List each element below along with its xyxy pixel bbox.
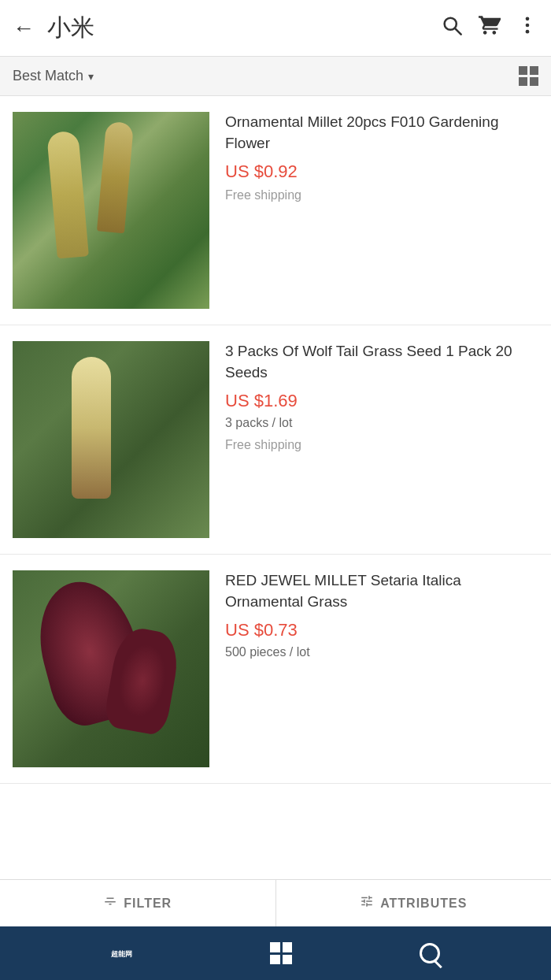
filter-button[interactable]: FILTER	[0, 880, 276, 926]
product-shipping: Free shipping	[225, 438, 538, 452]
header-actions	[441, 14, 538, 42]
svg-point-4	[526, 30, 530, 34]
attributes-icon	[360, 894, 374, 912]
svg-text:超能网: 超能网	[111, 950, 132, 958]
svg-point-3	[526, 24, 530, 28]
grid-view-toggle[interactable]	[519, 66, 538, 86]
back-button[interactable]: ←	[13, 16, 35, 41]
svg-point-2	[526, 17, 530, 21]
product-image	[13, 341, 209, 538]
product-lot: 3 packs / lot	[225, 416, 538, 430]
product-shipping: Free shipping	[225, 188, 538, 202]
dropdown-arrow: ▾	[88, 70, 94, 83]
product-price: US $1.69	[225, 391, 538, 411]
sort-bar: Best Match ▾	[0, 57, 551, 96]
list-item[interactable]: 3 Packs Of Wolf Tail Grass Seed 1 Pack 2…	[0, 325, 551, 555]
list-item[interactable]: Ih Ornamental Millet 20pcs F010 Gardenin…	[0, 96, 551, 325]
more-icon[interactable]	[516, 14, 538, 42]
svg-line-1	[455, 28, 461, 35]
attributes-label: ATTRIBUTES	[380, 896, 467, 911]
product-title: 3 Packs Of Wolf Tail Grass Seed 1 Pack 2…	[225, 341, 538, 383]
filter-icon	[103, 894, 117, 912]
product-info: 3 Packs Of Wolf Tail Grass Seed 1 Pack 2…	[225, 341, 538, 452]
product-info: Ornamental Millet 20pcs F010 Gardening F…	[225, 112, 538, 202]
attributes-button[interactable]: ATTRIBUTES	[276, 880, 552, 926]
product-title: Ornamental Millet 20pcs F010 Gardening F…	[225, 112, 538, 154]
product-image	[13, 570, 209, 767]
filter-label: FILTER	[124, 896, 172, 911]
system-bar: 超能网	[0, 926, 551, 980]
product-list: Ih Ornamental Millet 20pcs F010 Gardenin…	[0, 96, 551, 784]
product-info: RED JEWEL MILLET Setaria Italica Ornamen…	[225, 570, 538, 667]
bottom-action-bar: FILTER ATTRIBUTES	[0, 879, 551, 926]
sort-label-text: Best Match	[13, 68, 83, 84]
sort-dropdown[interactable]: Best Match ▾	[13, 68, 94, 84]
cart-icon[interactable]	[479, 14, 501, 42]
system-logo: 超能网	[111, 944, 142, 963]
product-price: US $0.73	[225, 620, 538, 640]
product-price: US $0.92	[225, 161, 538, 182]
header: ← 小米	[0, 0, 551, 57]
search-icon[interactable]	[441, 14, 463, 42]
page-title: 小米	[47, 12, 441, 44]
windows-home-button[interactable]	[270, 942, 292, 964]
product-lot: 500 pieces / lot	[225, 645, 538, 659]
system-search-button[interactable]	[420, 943, 440, 963]
product-image: Ih	[13, 112, 209, 309]
product-title: RED JEWEL MILLET Setaria Italica Ornamen…	[225, 570, 538, 612]
image-watermark: Ih	[107, 206, 114, 215]
list-item[interactable]: RED JEWEL MILLET Setaria Italica Ornamen…	[0, 555, 551, 784]
